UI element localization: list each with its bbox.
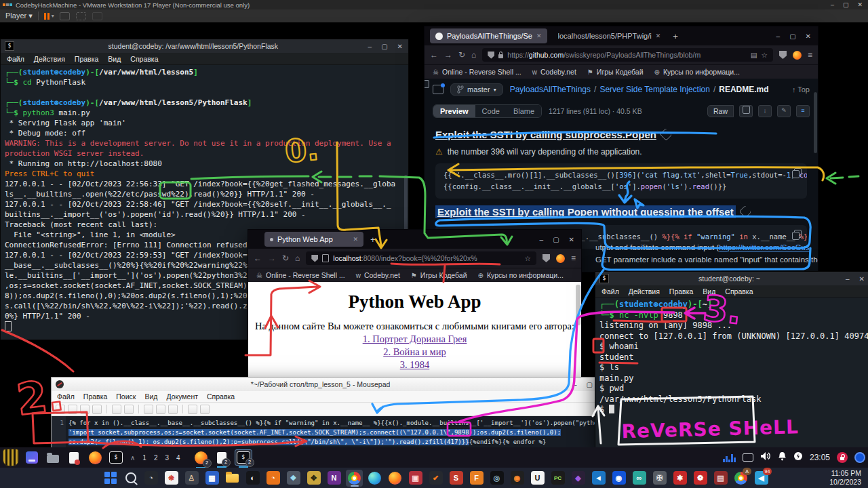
screen-lock-icon[interactable] — [837, 452, 848, 463]
code-block-subprocess[interactable]: {{''.__class__.mro()[1].__subclasses__()… — [435, 163, 807, 199]
reload-button[interactable]: ↻ — [458, 50, 465, 60]
toolbar-icon[interactable] — [68, 405, 77, 414]
copy-code-icon[interactable] — [794, 230, 802, 238]
forward-button[interactable]: → — [444, 50, 452, 60]
chrome-profile-icon[interactable]: A — [732, 470, 749, 487]
blender-icon[interactable]: ◉ — [509, 470, 526, 487]
mousepad-windows[interactable]: 2 — [216, 451, 228, 465]
minimize-button[interactable]: – — [846, 275, 850, 283]
teal-app-icon[interactable]: ∞ — [631, 470, 648, 487]
bookmark-Курсы по информаци...[interactable]: ⊕Курсы по информаци... — [478, 271, 564, 279]
app-grid-icon[interactable] — [24, 449, 40, 466]
scrollbar[interactable] — [814, 92, 817, 153]
toolbar-icon[interactable] — [80, 405, 90, 414]
fullscreen-icon[interactable] — [76, 12, 86, 20]
new-tab-button[interactable]: + — [673, 31, 678, 41]
book-link-3. 1984[interactable]: 3. 1984 — [248, 359, 581, 371]
file-manager-icon[interactable] — [45, 449, 61, 466]
menu-item-Файл[interactable]: Файл — [7, 55, 24, 63]
menu-hamburger-icon[interactable]: ≡ — [808, 50, 812, 60]
calendar-app-icon[interactable]: ▦ — [203, 470, 220, 487]
toolbar-icon[interactable] — [56, 405, 65, 414]
unreal-icon[interactable]: U — [529, 470, 546, 487]
toolbar-icon[interactable] — [200, 405, 210, 414]
tracking-shield-icon[interactable] — [488, 52, 494, 59]
maximize-button[interactable]: ▢ — [381, 43, 387, 50]
show-more-chevron-icon[interactable]: ∧ — [130, 454, 135, 462]
minimize-button[interactable]: – — [776, 33, 781, 40]
view-tab-Preview[interactable]: Preview — [433, 105, 475, 117]
scrollbar[interactable] — [576, 285, 580, 325]
kali-start-icon[interactable] — [3, 449, 19, 466]
tab-payloadsallthethings[interactable]: PayloadsAllTheThings/Se ✕ — [430, 28, 547, 43]
branch-selector[interactable]: master ▾ — [450, 83, 503, 96]
pin-app-icon[interactable]: ◉ — [610, 470, 627, 487]
terminal1-titlebar[interactable]: $ student@codeby: /var/www/html/lesson5/… — [1, 39, 408, 53]
home-button[interactable]: ⌂ — [471, 50, 476, 60]
tab-python-web-app[interactable]: Python Web App ✕ — [264, 232, 363, 247]
terminal-windows[interactable]: $2 — [235, 449, 252, 466]
bookmark-Online - Reverse Shell ...[interactable]: ☠Online - Reverse Shell ... — [433, 68, 521, 76]
breadcrumb-Server Side Template Injection[interactable]: Server Side Template Injection — [599, 85, 710, 94]
carrot-app-icon[interactable]: ✔ — [427, 470, 444, 487]
close-button[interactable]: ✕ — [569, 236, 574, 243]
maximize-button[interactable]: ▢ — [587, 381, 593, 388]
send-ctrl-alt-del-icon[interactable] — [60, 12, 70, 20]
bookmark-Online - Reverse Shell ...[interactable]: ☠Online - Reverse Shell ... — [256, 271, 345, 279]
outline-icon[interactable]: ≡ — [796, 105, 810, 117]
twitter-link[interactable]: https://twitter.com/SecGus — [719, 243, 810, 251]
bookmark-star-icon[interactable]: ☆ — [762, 51, 768, 59]
f-app-icon[interactable]: F — [468, 470, 485, 487]
menu-item-Документ[interactable]: Документ — [166, 392, 198, 401]
new-tab-button[interactable]: + — [370, 235, 376, 245]
book-link-1. Портрет Дориана Грея[interactable]: 1. Портрет Дориана Грея — [248, 333, 581, 345]
menu-item-Правка[interactable]: Правка — [75, 55, 98, 63]
dark-app-icon[interactable]: ◐ — [244, 470, 261, 487]
vmware-icon[interactable]: ❖ — [285, 470, 302, 487]
system-clock[interactable]: 11:05 PM 10/2/2023 — [829, 469, 861, 487]
terminal2-output[interactable]: ┌──(student⊛codeby)-[~]└─$ nc -nvlp 9898… — [595, 298, 868, 448]
firefox-account-icon[interactable] — [556, 254, 565, 263]
workspace-4[interactable]: 4 — [176, 454, 180, 462]
book-link-2. Война и мир[interactable]: 2. Война и мир — [248, 346, 581, 358]
gauge-app-icon[interactable]: ◔ — [142, 470, 159, 487]
menu-item-Справка[interactable]: Справка — [130, 55, 158, 63]
toolbox-app-icon[interactable]: ▤ — [712, 470, 729, 487]
workspace-1[interactable]: 1 — [142, 454, 146, 462]
menu-item-Вид[interactable]: Вид — [108, 55, 121, 63]
forward-button[interactable]: → — [268, 253, 276, 263]
tab-close-icon[interactable]: ✕ — [536, 33, 542, 39]
maximize-button[interactable]: ▢ — [789, 33, 795, 40]
red-gear2-icon[interactable]: ❁ — [692, 470, 709, 487]
file-explorer-icon[interactable] — [224, 470, 241, 487]
s-app-icon[interactable]: S — [448, 470, 465, 487]
volume-icon[interactable] — [760, 451, 771, 464]
edit-pencil-icon[interactable]: ✎ — [777, 105, 791, 117]
vmware-minimize-button[interactable]: – — [831, 1, 834, 8]
bookmark-Курсы по информаци...[interactable]: ⊕Курсы по информаци... — [654, 68, 740, 76]
pause-dropdown[interactable]: ▾ — [52, 13, 54, 19]
tab-close-icon[interactable]: ✕ — [656, 33, 661, 39]
view-tab-Code[interactable]: Code — [475, 105, 507, 117]
bookmark-Codeby.net[interactable]: wCodeby.net — [356, 271, 400, 279]
menu-item-Справка[interactable]: Справка — [207, 392, 235, 401]
close-button[interactable]: ✕ — [859, 275, 865, 283]
display-icon[interactable] — [743, 453, 753, 462]
power-manager-icon[interactable] — [793, 451, 803, 464]
onenote-icon[interactable]: N — [326, 470, 342, 487]
assistant-app-icon[interactable]: ♙ — [183, 470, 200, 487]
url-bar[interactable]: https://github.com/swisskyrepo/PayloadsA… — [482, 48, 773, 62]
menu-item-Поиск[interactable]: Поиск — [116, 392, 136, 401]
red-app-icon[interactable]: ▣ — [407, 470, 424, 487]
reload-button[interactable]: ↻ — [282, 253, 289, 263]
red-gear-icon[interactable]: ✱ — [671, 470, 688, 487]
search-icon[interactable] — [122, 470, 139, 487]
toolbar-icon[interactable] — [124, 405, 134, 414]
tab-localhost-phptwig[interactable]: localhost/lesson5/PHPTwig/i ✕ — [553, 28, 667, 43]
close-button[interactable]: ✕ — [397, 43, 403, 50]
menu-item-Вид[interactable]: Вид — [144, 392, 157, 401]
arrows-app-icon[interactable]: ✥ — [305, 470, 322, 487]
minimize-button[interactable]: – — [540, 236, 544, 243]
toolbar-icon[interactable] — [156, 405, 165, 414]
toolbar-icon[interactable] — [188, 405, 197, 414]
